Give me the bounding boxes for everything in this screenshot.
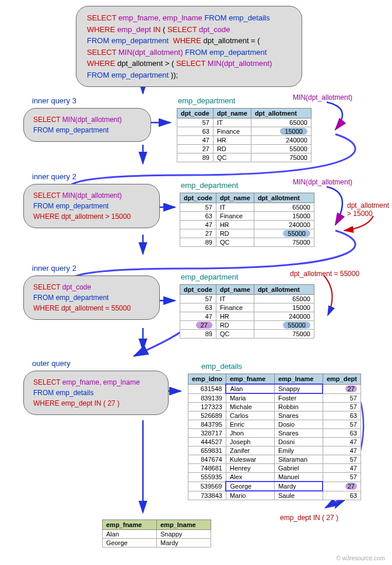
emp-details-table: emp_idno emp_fname emp_lname emp_dept 63… — [188, 374, 361, 500]
hl: 15000 — [280, 128, 307, 135]
td: 63 — [180, 304, 216, 312]
td: QC — [216, 238, 254, 247]
td: 15000 — [251, 127, 311, 136]
td: 27 — [323, 384, 360, 393]
td: 748681 — [188, 464, 226, 473]
kw: IN — [153, 25, 160, 34]
col: emp_dept — [117, 25, 151, 34]
td: Mardy — [157, 539, 211, 547]
kw: IN — [94, 399, 102, 407]
td: Finance — [216, 304, 254, 312]
kw: FROM — [87, 36, 109, 45]
iq2b-table-label: emp_department — [181, 273, 238, 281]
td: RD — [216, 229, 254, 238]
outer-table-label: emp_details — [201, 362, 242, 371]
td: 57 — [177, 118, 214, 127]
td: 47 — [180, 221, 216, 229]
kw: WHERE — [33, 399, 60, 407]
dept-table-3: dpt_codedpt_namedpt_allotment 57IT65000 … — [180, 284, 314, 339]
td: HR — [216, 312, 254, 321]
td: 733843 — [188, 491, 226, 500]
iq3-label: inner query 3 — [32, 96, 76, 105]
kw: WHERE — [87, 59, 115, 68]
th: dpt_code — [180, 193, 216, 203]
th: emp_dept — [323, 374, 360, 385]
th: emp_fname — [226, 374, 274, 385]
fn: MIN(dpt_allotment) — [118, 48, 183, 57]
hl: 27 — [196, 322, 212, 329]
td: Kuleswar — [226, 455, 274, 464]
th: dpt_allotment — [254, 193, 314, 203]
tbl: emp_department — [56, 126, 109, 134]
td: George — [103, 539, 157, 547]
td: 75000 — [254, 330, 314, 339]
td: 57 — [323, 455, 360, 464]
td: Finance — [213, 127, 251, 136]
tbl: emp_department — [209, 48, 267, 57]
result-table: emp_fnameemp_lname AlanSnappy GeorgeMard… — [102, 519, 211, 547]
cond: = 55000 — [105, 304, 131, 312]
td: Dosni — [274, 438, 323, 447]
td: 65000 — [254, 295, 314, 304]
td: 27 — [177, 145, 214, 154]
td: Zanifer — [226, 447, 274, 455]
td: 57 — [323, 393, 360, 403]
kw: SELECT — [33, 283, 60, 291]
td: 15000 — [254, 304, 314, 312]
td: 27 — [180, 321, 216, 330]
td: Maria — [226, 393, 274, 403]
cond: dpt_allotment — [61, 212, 103, 221]
td: Michale — [226, 403, 274, 411]
th: dpt_name — [216, 285, 254, 295]
tbl: emp_details — [56, 389, 94, 397]
td: 57 — [323, 420, 360, 429]
main-query-box: SELECT emp_fname, emp_lname FROM emp_det… — [76, 6, 302, 87]
td: QC — [216, 330, 254, 339]
td: Alan — [226, 384, 274, 393]
td: 55000 — [251, 145, 311, 154]
kw: SELECT — [33, 191, 60, 200]
td: 847674 — [188, 455, 226, 464]
iq3-table-label: emp_department — [178, 96, 235, 105]
td: Mardy — [274, 482, 323, 491]
td: 47 — [323, 447, 360, 455]
tbl: emp_department — [111, 36, 169, 45]
td: Robbin — [274, 403, 323, 411]
th: dpt_code — [177, 109, 214, 118]
fn: MIN(dpt_allotment) — [208, 59, 272, 68]
iq2a-annotation: MIN(dpt_allotment) — [293, 178, 352, 186]
cols: emp_fname, emp_lname — [62, 378, 140, 386]
td: IT — [216, 295, 254, 304]
kw: FROM — [33, 294, 54, 302]
td: 15000 — [254, 212, 314, 221]
dept-table-2: dpt_codedpt_namedpt_allotment 57IT65000 … — [180, 193, 314, 247]
td: 63 — [323, 491, 360, 500]
td: Henrey — [226, 464, 274, 473]
cond: ( 27 ) — [103, 399, 120, 407]
td: 89 — [180, 238, 216, 247]
td: Snares — [274, 429, 323, 438]
iq2b-box: SELECT dpt_code FROM emp_department WHER… — [23, 275, 160, 320]
td: 57 — [323, 473, 360, 482]
kw: FROM — [33, 389, 54, 397]
kw: SELECT — [33, 378, 60, 386]
td: 47 — [323, 464, 360, 473]
kw: FROM — [185, 48, 207, 57]
td: 839139 — [188, 393, 226, 403]
iq2a-box: SELECT MIN(dpt_allotment) FROM emp_depar… — [23, 184, 160, 228]
td: 47 — [323, 438, 360, 447]
paren: ( — [172, 59, 174, 68]
outer-box: SELECT emp_fname, emp_lname FROM emp_det… — [23, 371, 169, 415]
th: dpt_allotment — [254, 285, 314, 295]
iq2a-label: inner query 2 — [32, 172, 76, 181]
dept-table-1: dpt_codedpt_namedpt_allotment 57IT65000 … — [177, 108, 312, 162]
td: Jhon — [226, 429, 274, 438]
td: Alex — [226, 473, 274, 482]
td: 555935 — [188, 473, 226, 482]
kw: SELECT — [87, 13, 116, 22]
kw: WHERE — [173, 36, 201, 45]
iq2b-annotation-red: dpt_allotment = 55000 — [290, 270, 359, 278]
th: emp_fname — [103, 520, 157, 530]
td: Alan — [103, 530, 157, 539]
fn: MIN(dpt_allotment) — [62, 116, 122, 124]
